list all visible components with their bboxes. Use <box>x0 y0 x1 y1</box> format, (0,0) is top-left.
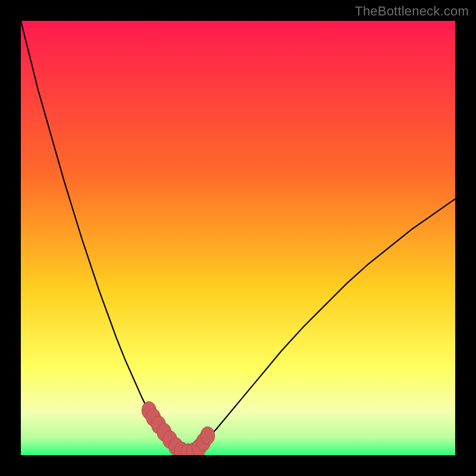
chart-svg <box>21 21 455 455</box>
gradient-background <box>21 21 455 455</box>
plot-area <box>21 21 455 455</box>
watermark-text: TheBottleneck.com <box>355 4 469 19</box>
chart-frame: TheBottleneck.com <box>0 0 476 476</box>
marker-dot <box>201 427 215 444</box>
